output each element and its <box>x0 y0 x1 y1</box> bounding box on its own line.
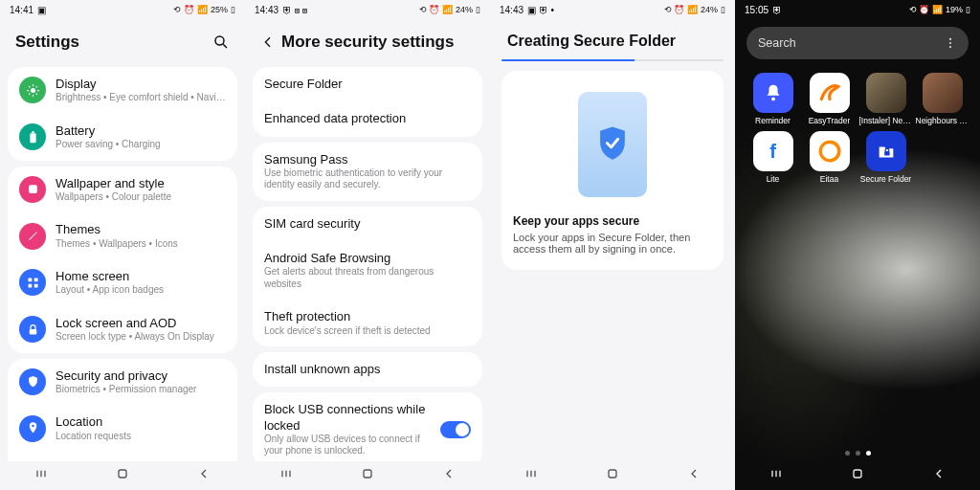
item-safe-browsing[interactable]: Android Safe BrowsingGet alerts about th… <box>253 241 482 300</box>
svg-rect-37 <box>884 151 890 156</box>
toggle-block-usb[interactable] <box>440 421 471 438</box>
more-icon[interactable] <box>944 36 957 50</box>
item-theft-protection[interactable]: Theft protectionLock device's screen if … <box>253 300 482 346</box>
recents-icon[interactable] <box>768 466 784 481</box>
app-installer-neighbours[interactable]: [Instaler] Neighb... <box>858 73 914 125</box>
progress-bar <box>501 59 724 61</box>
battery-icon: ▯ <box>231 5 235 14</box>
item-enhanced-data[interactable]: Enhanced data protection <box>253 101 482 136</box>
game-icon <box>923 73 963 113</box>
svg-rect-27 <box>364 470 371 478</box>
shield-icon <box>19 368 46 395</box>
game-icon <box>866 73 906 113</box>
svg-rect-16 <box>28 284 32 288</box>
settings-item-lockscreen[interactable]: Lock screen and AODScreen lock type • Al… <box>8 306 237 353</box>
svg-line-10 <box>35 86 36 87</box>
home-icon[interactable] <box>850 466 865 481</box>
app-secure-folder[interactable]: Secure Folder <box>858 131 914 184</box>
home-icon[interactable] <box>360 466 375 481</box>
svg-point-34 <box>949 46 951 48</box>
search-placeholder: Search <box>758 36 944 50</box>
back-button[interactable] <box>260 34 281 50</box>
svg-rect-14 <box>28 278 32 281</box>
svg-rect-18 <box>29 329 36 335</box>
card-body: Lock your apps in Secure Folder, then ac… <box>513 232 712 255</box>
svg-rect-31 <box>609 470 616 478</box>
search-icon[interactable] <box>212 33 230 51</box>
svg-rect-17 <box>33 284 37 288</box>
svg-point-2 <box>31 88 35 93</box>
svg-rect-15 <box>33 278 37 281</box>
app-easytrader[interactable]: EasyTrader <box>801 73 858 125</box>
back-icon[interactable] <box>441 466 457 481</box>
settings-item-battery[interactable]: BatteryPower saving • Charging <box>8 114 237 161</box>
swoosh-icon <box>810 73 850 113</box>
home-icon[interactable] <box>115 466 130 481</box>
shield-check-icon <box>595 125 630 164</box>
svg-rect-41 <box>854 470 861 478</box>
nav-bar <box>0 461 245 490</box>
search-bar[interactable]: Search <box>746 27 969 59</box>
back-icon[interactable] <box>686 466 702 481</box>
app-neighbours[interactable]: Neighbours Fro... <box>914 73 970 125</box>
svg-rect-23 <box>119 470 126 478</box>
settings-item-location[interactable]: LocationLocation requests <box>8 405 237 452</box>
settings-item-display[interactable]: DisplayBrightness • Eye comfort shield •… <box>8 67 237 114</box>
page-title: Settings <box>15 33 212 52</box>
battery-percent: 24% <box>456 5 473 14</box>
bell-icon <box>753 73 793 113</box>
svg-point-0 <box>215 36 224 45</box>
app-reminder[interactable]: Reminder <box>745 73 801 125</box>
svg-line-9 <box>29 94 30 95</box>
app-lite[interactable]: f Lite <box>745 131 801 184</box>
app-eitaa[interactable]: Eitaa <box>801 131 858 184</box>
page-title: More security settings <box>281 33 454 52</box>
item-title: Display <box>56 77 226 92</box>
card-heading: Keep your apps secure <box>513 214 712 228</box>
item-block-usb[interactable]: Block USB connections while lockedOnly a… <box>253 392 482 461</box>
svg-point-19 <box>32 425 34 428</box>
sun-icon <box>19 77 46 103</box>
back-icon[interactable] <box>196 466 212 481</box>
recents-icon[interactable] <box>278 466 294 481</box>
svg-point-32 <box>949 38 951 40</box>
alarm-icon: ⏰ <box>184 5 194 14</box>
page-title: Creating Secure Folder <box>490 19 735 59</box>
brush-icon <box>19 223 46 250</box>
battery-icon <box>19 123 46 150</box>
settings-item-themes[interactable]: ThemesThemes • Wallpapers • Icons <box>8 212 237 259</box>
home-icon[interactable] <box>605 466 620 481</box>
status-camera-icon: ▣ <box>37 5 46 15</box>
status-bar: 14:41 ▣ ⟲ ⏰ 📶 25% ▯ <box>0 0 245 19</box>
item-sub: Brightness • Eye comfort shield • Naviga… <box>56 92 226 104</box>
item-unknown-apps[interactable]: Install unknown apps <box>253 352 482 387</box>
svg-point-33 <box>949 42 951 44</box>
svg-rect-11 <box>30 133 35 143</box>
status-time: 15:05 <box>745 5 768 15</box>
svg-rect-13 <box>29 186 37 194</box>
page-indicator <box>735 451 980 456</box>
settings-item-home[interactable]: Home screenLayout • App icon badges <box>8 259 237 306</box>
screen-more-security: 14:43 ⛨ ▣ ▣ ⟲ ⏰ 📶 24% ▯ More security se… <box>245 0 490 490</box>
battery-percent: 25% <box>211 5 228 14</box>
battery-percent: 19% <box>946 5 963 14</box>
settings-item-wallpaper[interactable]: Wallpaper and styleWallpapers • Colour p… <box>8 167 237 213</box>
svg-rect-12 <box>32 131 34 133</box>
recents-icon[interactable] <box>33 466 49 481</box>
back-icon[interactable] <box>931 466 947 481</box>
status-time: 14:43 <box>255 5 278 15</box>
status-time: 14:43 <box>500 5 523 15</box>
item-samsung-pass[interactable]: Samsung PassUse biometric authentication… <box>253 143 482 201</box>
lock-folder-icon <box>866 131 906 171</box>
eitaa-icon <box>810 131 850 171</box>
settings-item-security[interactable]: Security and privacyBiometrics • Permiss… <box>8 359 237 406</box>
svg-point-35 <box>771 98 775 101</box>
item-secure-folder[interactable]: Secure Folder <box>253 67 482 101</box>
svg-line-8 <box>35 94 36 95</box>
pin-icon <box>19 415 46 442</box>
item-sim-security[interactable]: SIM card security <box>253 207 482 241</box>
screen-secure-folder: 14:43 ▣ ⛨ • ⟲ ⏰ 📶 24% ▯ Creating Secure … <box>490 0 735 490</box>
recents-icon[interactable] <box>523 466 539 481</box>
settings-item-safety[interactable]: Safety and emergencyMedical info • Wirel… <box>8 452 237 461</box>
svg-line-7 <box>29 86 30 87</box>
